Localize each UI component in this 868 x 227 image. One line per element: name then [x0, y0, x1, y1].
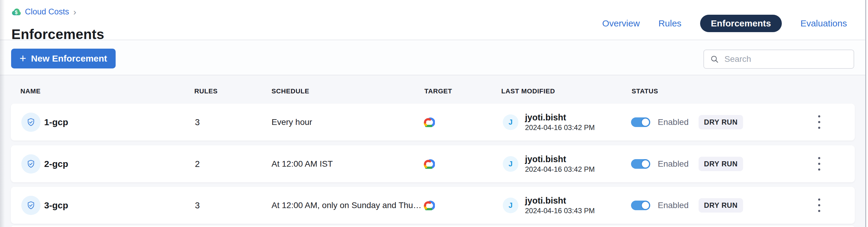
- page-title: Enforcements: [11, 26, 104, 42]
- last-modified-cell: J jyoti.bisht 2024-04-16 03:42 PM: [503, 113, 595, 131]
- schedule-text: At 12:00 AM, only on Sunday and Thursday…: [272, 201, 423, 210]
- page-header: $ Cloud Costs › Enforcements Overview Ru…: [0, 0, 868, 40]
- tab-enforcements-active[interactable]: Enforcements: [700, 15, 782, 32]
- enforcement-shield-badge: [21, 196, 40, 215]
- column-header-target: TARGET: [424, 87, 452, 95]
- new-enforcement-label: New Enforcement: [31, 54, 107, 64]
- modified-timestamp: 2024-04-16 03:42 PM: [525, 166, 595, 173]
- schedule-text: Every hour: [272, 118, 312, 127]
- column-header-name: NAME: [21, 87, 40, 95]
- enforcements-table: NAME RULES SCHEDULE TARGET LAST MODIFIED…: [0, 75, 868, 227]
- kebab-dot: [818, 168, 820, 170]
- status-label: Enabled: [658, 159, 689, 169]
- tab-overview[interactable]: Overview: [602, 18, 640, 29]
- table-row[interactable]: 3-gcp 3 At 12:00 AM, only on Sunday and …: [11, 187, 855, 224]
- schedule-text: At 12:00 AM IST: [272, 159, 333, 169]
- chevron-right-icon: ›: [73, 7, 76, 17]
- avatar: J: [503, 156, 518, 172]
- plus-icon: +: [20, 53, 26, 64]
- gcp-cloud-icon: [423, 117, 435, 127]
- dry-run-badge: DRY RUN: [699, 157, 743, 171]
- modified-timestamp: 2024-04-16 03:42 PM: [525, 124, 595, 131]
- status-label: Enabled: [658, 118, 689, 127]
- kebab-dot: [818, 210, 820, 212]
- shield-check-icon: [26, 201, 36, 210]
- enforcement-name: 3-gcp: [44, 200, 68, 210]
- enforcements-page: $ Cloud Costs › Enforcements Overview Ru…: [0, 0, 868, 227]
- target-cell: [423, 159, 435, 169]
- avatar: J: [503, 115, 518, 130]
- table-row[interactable]: 1-gcp 3 Every hour: [11, 104, 855, 140]
- kebab-dot: [818, 157, 820, 159]
- dry-run-badge: DRY RUN: [699, 198, 743, 213]
- svg-text:$: $: [15, 10, 18, 15]
- kebab-dot: [818, 127, 820, 129]
- enabled-toggle[interactable]: [631, 118, 650, 127]
- dry-run-badge: DRY RUN: [699, 115, 743, 129]
- row-menu-button[interactable]: [811, 110, 827, 134]
- rules-count: 3: [195, 200, 200, 210]
- window-edge: [865, 0, 868, 227]
- kebab-dot: [818, 121, 820, 123]
- search-icon: [710, 55, 719, 64]
- row-menu-button[interactable]: [811, 152, 827, 176]
- enforcement-name: 2-gcp: [44, 159, 68, 169]
- enforcement-shield-badge: [21, 154, 40, 173]
- target-cell: [423, 117, 435, 127]
- column-header-rules: RULES: [194, 87, 218, 95]
- last-modified-cell: J jyoti.bisht 2024-04-16 03:42 PM: [503, 155, 595, 173]
- modified-timestamp: 2024-04-16 03:43 PM: [525, 207, 595, 215]
- toggle-knob: [641, 159, 650, 168]
- breadcrumb-cloud-costs-link[interactable]: Cloud Costs: [25, 7, 69, 17]
- table-row[interactable]: 2-gcp 2 At 12:00 AM IST: [11, 145, 855, 182]
- enabled-toggle[interactable]: [631, 159, 650, 169]
- modified-by-user: jyoti.bisht: [525, 113, 595, 122]
- last-modified-cell: J jyoti.bisht 2024-04-16 03:43 PM: [503, 196, 595, 215]
- cloud-costs-icon: $: [11, 7, 21, 16]
- gcp-cloud-icon: [423, 159, 435, 169]
- toolbar: + New Enforcement: [0, 40, 868, 75]
- breadcrumb: $ Cloud Costs ›: [11, 7, 76, 17]
- toggle-knob: [641, 201, 650, 210]
- tab-evaluations[interactable]: Evaluations: [800, 18, 847, 29]
- column-header-last-modified: LAST MODIFIED: [501, 87, 555, 95]
- shield-check-icon: [26, 159, 36, 169]
- target-cell: [423, 200, 435, 210]
- search-input[interactable]: [724, 54, 847, 64]
- enforcement-shield-badge: [21, 112, 40, 132]
- status-cell: Enabled DRY RUN: [631, 157, 743, 171]
- column-header-status: STATUS: [632, 87, 658, 95]
- rules-count: 3: [195, 117, 200, 127]
- table-row-partial: [11, 226, 855, 227]
- gcp-cloud-icon: [423, 200, 435, 210]
- toggle-knob: [641, 118, 650, 127]
- status-cell: Enabled DRY RUN: [631, 198, 743, 213]
- status-label: Enabled: [658, 201, 689, 210]
- rules-count: 2: [195, 159, 200, 169]
- new-enforcement-button[interactable]: + New Enforcement: [11, 48, 116, 68]
- modified-by-user: jyoti.bisht: [525, 196, 595, 205]
- kebab-dot: [818, 204, 820, 206]
- column-header-schedule: SCHEDULE: [272, 87, 309, 95]
- kebab-dot: [818, 163, 820, 165]
- shield-check-icon: [26, 118, 36, 127]
- avatar: J: [503, 198, 518, 213]
- tab-rules[interactable]: Rules: [658, 18, 681, 29]
- enabled-toggle[interactable]: [631, 201, 650, 210]
- kebab-dot: [818, 115, 820, 118]
- enforcement-name: 1-gcp: [44, 117, 68, 127]
- top-nav: Overview Rules Enforcements Evaluations: [602, 0, 847, 43]
- status-cell: Enabled DRY RUN: [631, 115, 743, 129]
- kebab-dot: [818, 198, 820, 201]
- search-box[interactable]: [704, 50, 854, 69]
- modified-by-user: jyoti.bisht: [525, 155, 595, 164]
- row-menu-button[interactable]: [811, 193, 827, 217]
